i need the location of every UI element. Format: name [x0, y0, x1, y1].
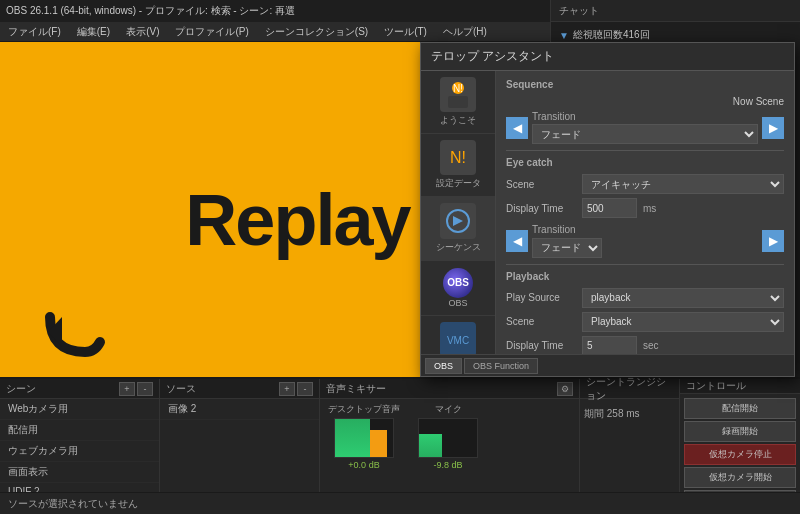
menu-edit[interactable]: 編集(E)	[73, 23, 114, 41]
sidebar-item-sequence[interactable]: シーケンス	[421, 197, 495, 260]
settings-icon: N!	[440, 140, 476, 175]
svg-rect-3	[448, 96, 468, 108]
eyecatch-time-row: Display Time ms	[506, 198, 784, 218]
obs-logo-icon: OBS	[443, 268, 473, 298]
eyecatch-time-input[interactable]	[582, 198, 637, 218]
svg-text:VMC: VMC	[447, 335, 469, 346]
arrow-right-top[interactable]: ▶	[762, 117, 784, 139]
scene-item-udif[interactable]: UDIF 2	[0, 483, 159, 492]
transition-select-top[interactable]: フェード	[532, 124, 758, 144]
sequence-icon	[440, 203, 476, 238]
status-bar: ソースが選択されていません	[0, 492, 800, 514]
sequence-section-title: Sequence	[506, 79, 784, 90]
scenes-remove[interactable]: -	[137, 382, 153, 396]
menu-file[interactable]: ファイル(F)	[4, 23, 65, 41]
scenes-header: シーン + -	[0, 379, 159, 399]
playback-scene-select[interactable]: Playback	[582, 312, 784, 332]
sidebar-item-welcome[interactable]: N! ようこそ	[421, 71, 495, 134]
mixer-settings[interactable]: ⚙	[557, 382, 573, 396]
sidebar-label-settings: 設定データ	[436, 177, 481, 190]
play-source-select[interactable]: playback	[582, 288, 784, 308]
mixer-controls: ⚙	[557, 382, 573, 396]
stats-views: ▼ 総視聴回数416回	[559, 28, 792, 42]
sources-remove[interactable]: -	[297, 382, 313, 396]
playback-time-input[interactable]	[582, 336, 637, 356]
sources-panel: ソース + - 画像 2	[160, 379, 320, 492]
mixer-body: デスクトップ音声 +0.0 dB マイク -9.8 dB	[320, 399, 579, 492]
start-streaming-btn[interactable]: 配信開始	[684, 398, 796, 419]
scenes-add[interactable]: +	[119, 382, 135, 396]
scene-item-display[interactable]: 画面表示	[0, 462, 159, 483]
mixer-desktop-label: デスクトップ音声	[328, 403, 400, 416]
source-item-image[interactable]: 画像 2	[160, 399, 319, 420]
window-title: OBS 26.1.1 (64-bit, windows) - プロファイル: 検…	[6, 4, 295, 18]
playback-time-unit: sec	[643, 340, 663, 351]
divider-2	[506, 264, 784, 265]
eyecatch-time-unit: ms	[643, 203, 663, 214]
arrow-right-playback[interactable]: ▶	[762, 230, 784, 252]
bottom-area: シーン + - Webカメラ用 配信用 ウェブカメラ用 画面表示 UDIF 2 …	[0, 377, 800, 492]
transition-label-playback: Transition	[532, 224, 758, 235]
tab-obs[interactable]: OBS	[425, 358, 462, 374]
scene-item-webcam[interactable]: Webカメラ用	[0, 399, 159, 420]
mixer-desktop-bar	[334, 418, 394, 458]
scene-list: Webカメラ用 配信用 ウェブカメラ用 画面表示 UDIF 2 Playback…	[0, 399, 159, 492]
dialog-telopu: テロップ アシスタント N! ようこそ	[420, 42, 795, 377]
sidebar-item-obs[interactable]: OBS OBS	[421, 261, 495, 316]
tab-obs-function[interactable]: OBS Function	[464, 358, 538, 374]
eyecatch-scene-select[interactable]: アイキャッチ	[582, 174, 784, 194]
transition-row-playback: ◀ Transition フェード ▶	[506, 224, 784, 258]
transitions-body: 期間 258 ms	[580, 399, 679, 425]
arrow-left-playback[interactable]: ◀	[506, 230, 528, 252]
menu-profile[interactable]: プロファイル(P)	[171, 23, 252, 41]
play-source-label: Play Source	[506, 292, 576, 303]
start-virtual-cam-btn[interactable]: 仮想カメラ開始	[684, 467, 796, 488]
sidebar-item-settings[interactable]: N! 設定データ	[421, 134, 495, 197]
menu-tools[interactable]: ツール(T)	[380, 23, 431, 41]
controls-header: コントロール	[680, 379, 800, 394]
transitions-panel: シーントランジション 期間 258 ms	[580, 379, 680, 492]
dialog-body: N! ようこそ N! 設定データ	[421, 71, 794, 376]
playback-scene-row: Scene Playback	[506, 312, 784, 332]
playback-scene-label: Scene	[506, 316, 576, 327]
scenes-panel: シーン + - Webカメラ用 配信用 ウェブカメラ用 画面表示 UDIF 2 …	[0, 379, 160, 492]
replay-text: Replay	[185, 179, 409, 261]
sources-controls: + -	[279, 382, 313, 396]
welcome-icon: N!	[440, 77, 476, 112]
mixer-header: 音声ミキサー ⚙	[320, 379, 579, 399]
scenes-controls: + -	[119, 382, 153, 396]
mixer-panel: 音声ミキサー ⚙ デスクトップ音声 +0.0 dB マイク	[320, 379, 580, 492]
now-scene-label: Now Scene	[506, 96, 784, 107]
sources-add[interactable]: +	[279, 382, 295, 396]
eyecatch-scene-row: Scene アイキャッチ	[506, 174, 784, 194]
osc-icon: VMC	[440, 322, 476, 357]
controls-title: コントロール	[686, 379, 746, 393]
playback-time-label: Display Time	[506, 340, 576, 351]
scene-item-webcam2[interactable]: ウェブカメラ用	[0, 441, 159, 462]
arrow-left-top[interactable]: ◀	[506, 117, 528, 139]
menu-view[interactable]: 表示(V)	[122, 23, 163, 41]
source-list: 画像 2	[160, 399, 319, 492]
stop-virtual-cam-btn[interactable]: 仮想カメラ停止	[684, 444, 796, 465]
svg-text:N!: N!	[450, 149, 466, 166]
sidebar-label-obs: OBS	[448, 298, 467, 308]
chat-header: チャット	[551, 0, 800, 22]
mixer-bar-yellow	[370, 430, 387, 457]
eyecatch-section: Eye catch Scene アイキャッチ Display Time ms	[506, 157, 784, 218]
dialog-title: テロップ アシスタント	[431, 48, 554, 65]
obs-window: OBS 26.1.1 (64-bit, windows) - プロファイル: 検…	[0, 0, 800, 514]
controls-panel: コントロール 配信開始 録画開始 仮想カメラ停止 仮想カメラ開始 スタジオモード	[680, 379, 800, 492]
sidebar-label-welcome: ようこそ	[440, 114, 476, 127]
start-recording-btn[interactable]: 録画開始	[684, 421, 796, 442]
scene-item-streaming[interactable]: 配信用	[0, 420, 159, 441]
playback-title: Playback	[506, 271, 784, 282]
mixer-mic-db: -9.8 dB	[433, 460, 462, 470]
menu-scene-collection[interactable]: シーンコレクション(S)	[261, 23, 372, 41]
menu-help[interactable]: ヘルプ(H)	[439, 23, 491, 41]
playback-section: Playback Play Source playback Scene Play…	[506, 271, 784, 356]
dialog-title-bar: テロップ アシスタント	[421, 43, 794, 71]
transition-select-playback[interactable]: フェード	[532, 238, 602, 258]
sources-title: ソース	[166, 382, 196, 396]
mixer-title: 音声ミキサー	[326, 382, 386, 396]
dialog-tabs: OBS OBS Function	[421, 354, 794, 376]
